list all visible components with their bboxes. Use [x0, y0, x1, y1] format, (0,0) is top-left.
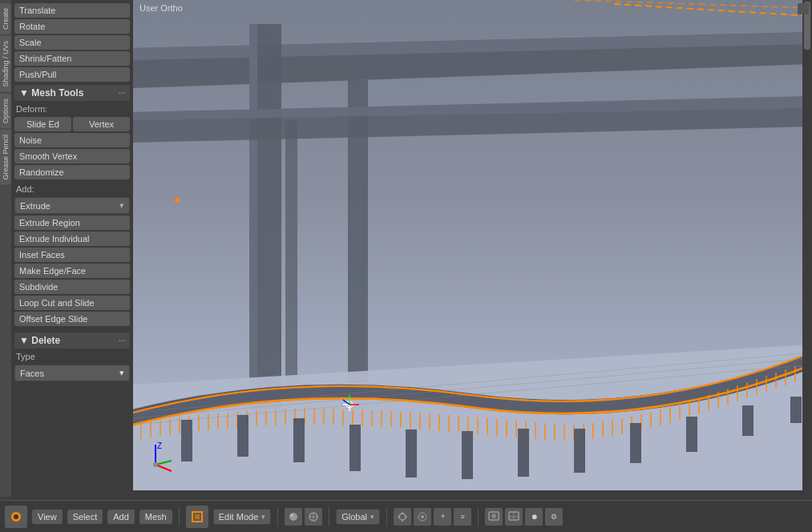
transform-btn[interactable]: ⌖: [434, 508, 451, 526]
deform-buttons-row: Slide Ed Vertex: [14, 117, 130, 131]
svg-point-116: [290, 514, 293, 516]
delete-label: ▼ Delete: [19, 335, 60, 346]
tab-create[interactable]: Create: [0, 3, 11, 34]
svg-rect-114: [195, 514, 200, 519]
svg-rect-95: [293, 418, 305, 462]
mode-label: Edit Mode: [219, 512, 259, 522]
view-button[interactable]: View: [32, 510, 63, 524]
select-button[interactable]: Select: [67, 510, 103, 524]
viewport[interactable]: User Ortho: [133, 0, 812, 500]
divider-5: [478, 507, 479, 526]
deform-label: Deform:: [14, 103, 130, 115]
divider-3: [329, 507, 329, 526]
svg-rect-94: [349, 425, 361, 471]
global-label: Global: [341, 512, 367, 522]
proportional-edit-btn[interactable]: [414, 508, 431, 526]
svg-rect-91: [790, 397, 802, 423]
divider-1: [179, 507, 180, 526]
mesh-display-btn[interactable]: ≡: [454, 508, 471, 526]
svg-point-128: [491, 514, 496, 518]
add-label: Add:: [14, 183, 130, 195]
translate-button[interactable]: Translate: [14, 3, 130, 18]
right-scrollbar[interactable]: [802, 0, 812, 500]
tab-shading-uvs[interactable]: Shading / UVs: [0, 36, 11, 92]
global-arrow: ▾: [370, 513, 374, 521]
mesh-button[interactable]: Mesh: [139, 510, 172, 524]
vertex-button[interactable]: Vertex: [73, 117, 130, 131]
mode-arrow: ▾: [261, 513, 265, 521]
faces-select[interactable]: Faces ▾: [14, 365, 130, 381]
render-icon: [488, 511, 499, 522]
blender-icon-btn[interactable]: [5, 506, 27, 528]
subdivide-button[interactable]: Subdivide: [14, 280, 130, 294]
svg-rect-90: [742, 405, 753, 436]
scene-svg: Z (10) Placa: [133, 0, 812, 500]
record-btn[interactable]: ⏺: [525, 508, 543, 526]
divider-2: [277, 507, 278, 526]
smooth-vertex-button[interactable]: Smooth Vertex: [14, 149, 130, 163]
slide-edge-button[interactable]: Slide Ed: [14, 117, 71, 131]
svg-rect-93: [406, 429, 417, 478]
extrude-arrow: ▾: [119, 200, 124, 211]
snap-btn[interactable]: [394, 508, 411, 526]
blender-icon: [10, 510, 22, 523]
render-btn[interactable]: [485, 508, 503, 526]
svg-rect-97: [181, 420, 192, 461]
bottom-scrollbar[interactable]: [133, 490, 802, 500]
edit-mode-icon: [192, 511, 203, 522]
mode-select[interactable]: Edit Mode ▾: [213, 509, 272, 525]
extrude-region-button[interactable]: Extrude Region: [14, 216, 130, 230]
mesh-tools-section[interactable]: ▼ Mesh Tools ···: [14, 85, 130, 101]
delete-dots: ···: [119, 337, 125, 345]
proportional-icon: [417, 511, 428, 522]
faces-label: Faces: [20, 369, 44, 378]
svg-rect-86: [518, 429, 529, 477]
svg-text:Z: Z: [157, 441, 162, 450]
render-icons-group: ⏺ ⚙: [485, 508, 563, 526]
solid-sphere-icon: [288, 511, 299, 522]
delete-section: ▼ Delete ···: [14, 332, 130, 349]
svg-point-126: [421, 515, 424, 518]
wireframe-icon: [308, 511, 319, 522]
loop-cut-button[interactable]: Loop Cut and Slide: [14, 296, 130, 310]
view3d-btn[interactable]: [505, 508, 523, 526]
right-icons-group: ⌖ ≡: [394, 508, 471, 526]
svg-point-104: [175, 198, 180, 203]
shrink-fatten-button[interactable]: Shrink/Fatten: [14, 51, 130, 66]
solid-shading-btn[interactable]: [285, 508, 302, 526]
svg-rect-88: [630, 423, 641, 463]
randomize-button[interactable]: Randomize: [14, 165, 130, 179]
delete-header[interactable]: ▼ Delete ···: [14, 332, 130, 349]
wireframe-btn[interactable]: [305, 508, 322, 526]
view3d-icon: [508, 511, 519, 522]
mesh-tools-label: ▼ Mesh Tools: [19, 87, 83, 99]
tab-options[interactable]: Options: [0, 94, 11, 128]
extrude-select[interactable]: Extrude ▾: [14, 197, 130, 214]
svg-rect-87: [574, 429, 585, 473]
extrude-individual-button[interactable]: Extrude Individual: [14, 232, 130, 246]
viewport-corner-icon[interactable]: [798, 3, 809, 14]
svg-point-109: [153, 462, 158, 467]
global-select[interactable]: Global ▾: [336, 509, 380, 525]
rotate-button[interactable]: Rotate: [14, 19, 130, 34]
add-button[interactable]: Add: [107, 510, 135, 524]
viewport-label: User Ortho: [139, 3, 183, 13]
scale-button[interactable]: Scale: [14, 35, 130, 50]
svg-rect-96: [237, 415, 248, 457]
inset-faces-button[interactable]: Inset Faces: [14, 248, 130, 262]
svg-point-115: [289, 513, 297, 521]
snap-icon: [397, 511, 408, 522]
make-edge-face-button[interactable]: Make Edge/Face: [14, 264, 130, 278]
svg-rect-89: [686, 417, 697, 452]
svg-rect-92: [462, 431, 473, 479]
noise-button[interactable]: Noise: [14, 133, 130, 147]
settings-btn[interactable]: ⚙: [545, 508, 563, 526]
svg-rect-6: [249, 24, 257, 409]
svg-point-112: [14, 514, 18, 519]
mode-icon-btn[interactable]: [186, 506, 208, 528]
left-panel: Translate Rotate Scale Shrink/Fatten Pus…: [11, 0, 133, 497]
offset-edge-button[interactable]: Offset Edge Slide: [14, 312, 130, 326]
push-pull-button[interactable]: Push/Pull: [14, 67, 130, 82]
svg-rect-8: [285, 120, 297, 401]
tab-grease-pencil[interactable]: Grease Pencil: [0, 130, 11, 185]
